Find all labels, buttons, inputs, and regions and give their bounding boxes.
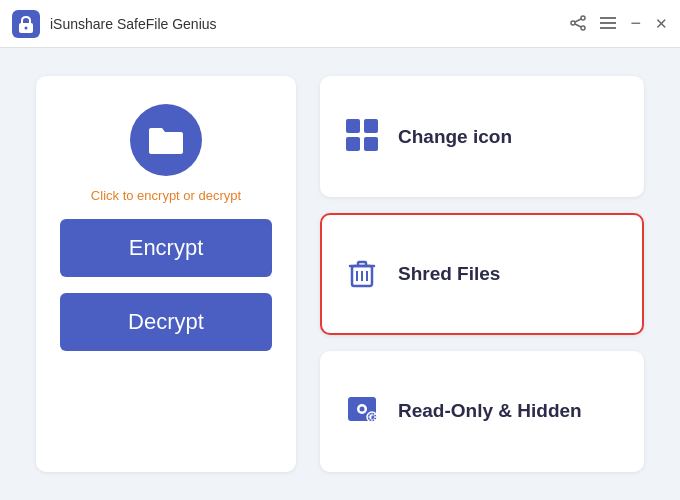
read-only-hidden-card[interactable]: Read-Only & Hidden xyxy=(320,351,644,472)
svg-line-6 xyxy=(575,24,581,27)
svg-rect-13 xyxy=(364,137,378,151)
change-icon-icon xyxy=(344,117,380,157)
decrypt-button[interactable]: Decrypt xyxy=(60,293,272,351)
svg-rect-12 xyxy=(346,137,360,151)
encrypt-decrypt-panel: Click to encrypt or decrypt Encrypt Decr… xyxy=(36,76,296,472)
app-title: iSunshare SafeFile Genius xyxy=(50,16,570,32)
svg-point-2 xyxy=(581,16,585,20)
svg-rect-10 xyxy=(346,119,360,133)
folder-icon[interactable] xyxy=(130,104,202,176)
svg-rect-11 xyxy=(364,119,378,133)
read-only-hidden-label: Read-Only & Hidden xyxy=(398,400,582,422)
title-bar: iSunshare SafeFile Genius − ✕ xyxy=(0,0,680,48)
features-panel: Change icon Shred Files xyxy=(320,76,644,472)
encrypt-decrypt-hint: Click to encrypt or decrypt xyxy=(91,188,241,203)
svg-point-1 xyxy=(25,26,28,29)
encrypt-button[interactable]: Encrypt xyxy=(60,219,272,277)
close-button[interactable]: ✕ xyxy=(655,16,668,31)
share-button[interactable] xyxy=(570,15,586,33)
change-icon-card[interactable]: Change icon xyxy=(320,76,644,197)
change-icon-label: Change icon xyxy=(398,126,512,148)
svg-point-3 xyxy=(571,21,575,25)
main-content: Click to encrypt or decrypt Encrypt Decr… xyxy=(0,48,680,500)
menu-button[interactable] xyxy=(600,16,616,32)
window-controls: − ✕ xyxy=(570,15,668,33)
svg-line-5 xyxy=(575,19,581,22)
shred-files-icon xyxy=(344,254,380,294)
minimize-button[interactable]: − xyxy=(630,19,641,28)
read-only-hidden-icon xyxy=(344,391,380,431)
svg-point-4 xyxy=(581,26,585,30)
shred-files-label: Shred Files xyxy=(398,263,500,285)
app-icon xyxy=(12,10,40,38)
svg-point-21 xyxy=(360,407,365,412)
shred-files-card[interactable]: Shred Files xyxy=(320,213,644,334)
